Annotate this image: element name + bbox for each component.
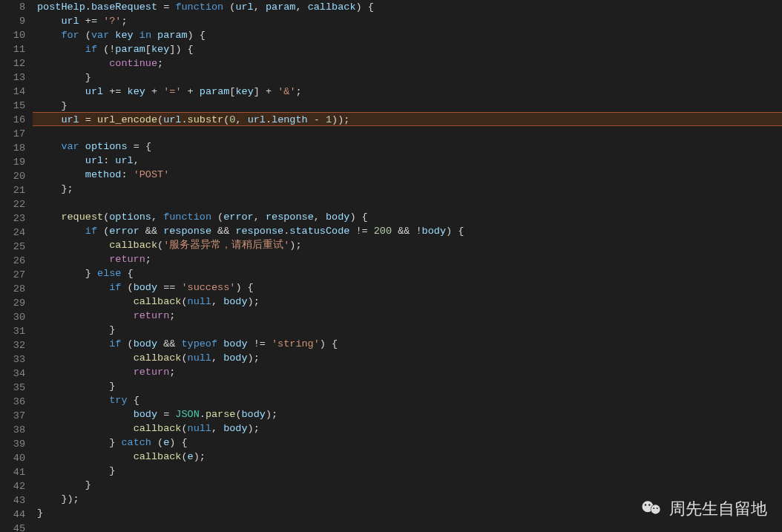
line-number: 45: [0, 522, 25, 532]
code-line[interactable]: } else {: [33, 266, 782, 280]
line-number: 24: [0, 226, 25, 240]
line-number: 36: [0, 395, 25, 409]
line-number: 29: [0, 296, 25, 310]
code-line[interactable]: [33, 196, 782, 210]
code-line[interactable]: } catch (e) {: [33, 436, 782, 450]
line-number: 25: [0, 240, 25, 254]
code-line[interactable]: request(options, function (error, respon…: [33, 210, 782, 224]
line-number: 19: [0, 155, 25, 169]
svg-point-6: [657, 508, 658, 509]
line-number: 31: [0, 324, 25, 338]
line-number: 44: [0, 508, 25, 522]
line-number: 15: [0, 99, 25, 113]
line-number: 30: [0, 310, 25, 324]
code-line[interactable]: callback(e);: [33, 450, 782, 464]
code-line[interactable]: body = JSON.parse(body);: [33, 407, 782, 421]
line-number: 39: [0, 437, 25, 451]
svg-point-4: [648, 504, 650, 505]
code-line[interactable]: if (body && typeof body != 'string') {: [33, 337, 782, 351]
code-line[interactable]: callback(null, body);: [33, 351, 782, 365]
code-line[interactable]: }: [33, 478, 782, 492]
line-number: 12: [0, 56, 25, 70]
code-line[interactable]: url = url_encode(url.substr(0, url.lengt…: [33, 112, 782, 126]
line-number: 10: [0, 28, 25, 42]
wechat-icon: [641, 499, 663, 517]
code-line[interactable]: }: [33, 323, 782, 337]
code-line[interactable]: callback(null, body);: [33, 421, 782, 436]
code-line[interactable]: [33, 520, 782, 532]
code-line[interactable]: if (body == 'success') {: [33, 280, 782, 295]
code-line[interactable]: if (!param[key]) {: [33, 42, 782, 56]
code-line[interactable]: continue;: [33, 56, 782, 70]
line-number: 11: [0, 42, 25, 56]
code-line[interactable]: [33, 125, 782, 139]
code-line[interactable]: }: [33, 464, 782, 478]
line-number: 17: [0, 127, 25, 141]
line-number: 32: [0, 338, 25, 352]
code-line[interactable]: postHelp.baseRequest = function (url, pa…: [33, 0, 782, 14]
line-number: 22: [0, 197, 25, 211]
code-line[interactable]: };: [33, 182, 782, 196]
code-line[interactable]: var options = {: [33, 139, 782, 154]
svg-point-3: [645, 504, 646, 505]
line-number: 27: [0, 268, 25, 282]
line-number: 9: [0, 14, 25, 28]
code-line[interactable]: try {: [33, 393, 782, 407]
line-number: 37: [0, 409, 25, 423]
svg-point-5: [653, 508, 654, 509]
code-line[interactable]: return;: [33, 252, 782, 266]
code-line[interactable]: }: [33, 70, 782, 85]
line-number: 28: [0, 282, 25, 296]
line-number: 40: [0, 451, 25, 465]
line-number: 16: [0, 113, 25, 127]
code-line[interactable]: }: [33, 99, 782, 113]
line-number-gutter: 8910111213141516171819202122232425262728…: [0, 0, 33, 532]
line-number: 26: [0, 254, 25, 268]
line-number: 13: [0, 70, 25, 85]
code-editor[interactable]: 8910111213141516171819202122232425262728…: [0, 0, 782, 532]
code-line[interactable]: url += '?';: [33, 14, 782, 28]
code-line[interactable]: if (error && response && response.status…: [33, 224, 782, 238]
code-line[interactable]: url: url,: [33, 154, 782, 168]
line-number: 34: [0, 367, 25, 381]
watermark: 周先生自留地: [641, 499, 767, 517]
line-number: 20: [0, 169, 25, 183]
code-area[interactable]: postHelp.baseRequest = function (url, pa…: [33, 0, 782, 532]
line-number: 14: [0, 85, 25, 99]
line-number: 23: [0, 211, 25, 226]
line-number: 18: [0, 141, 25, 155]
svg-point-2: [651, 505, 660, 513]
code-line[interactable]: for (var key in param) {: [33, 28, 782, 42]
line-number: 8: [0, 0, 25, 14]
line-number: 33: [0, 352, 25, 367]
line-number: 41: [0, 465, 25, 479]
code-line[interactable]: method: 'POST': [33, 168, 782, 182]
line-number: 42: [0, 479, 25, 493]
code-line[interactable]: callback(null, body);: [33, 295, 782, 309]
line-number: 35: [0, 381, 25, 395]
line-number: 43: [0, 493, 25, 508]
code-line[interactable]: callback('服务器异常，请稍后重试');: [33, 238, 782, 252]
line-number: 21: [0, 183, 25, 197]
code-line[interactable]: return;: [33, 309, 782, 323]
watermark-text: 周先生自留地: [669, 502, 767, 516]
line-number: 38: [0, 423, 25, 437]
code-line[interactable]: url += key + '=' + param[key] + '&';: [33, 85, 782, 99]
code-line[interactable]: return;: [33, 365, 782, 379]
code-line[interactable]: }: [33, 379, 782, 393]
